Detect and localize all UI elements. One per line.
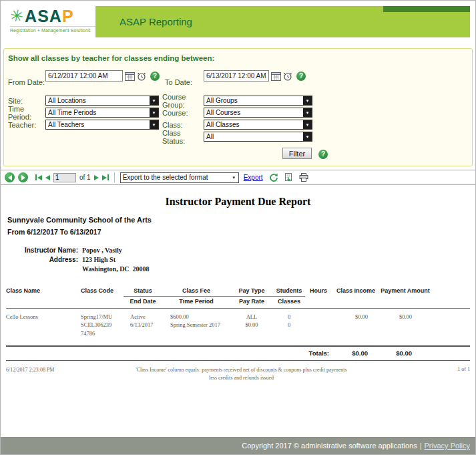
export-format-value: Export to the selected format: [121, 173, 230, 182]
filter-heading: Show all classes by teacher for classes …: [8, 54, 467, 62]
teacher-select[interactable]: All Teachers▼: [45, 120, 159, 130]
calendar-icon[interactable]: [125, 71, 135, 81]
dropdown-arrow-icon: ▼: [303, 120, 312, 129]
filter-actions: Filter ?: [8, 148, 328, 159]
back-icon[interactable]: [5, 172, 15, 182]
address-line2: Washington, DC 20008: [82, 265, 475, 273]
teacher-select-value: All Teachers: [46, 120, 150, 129]
asap-logo: ✳ ASAP Registration + Management Solutio…: [10, 5, 95, 33]
from-date-input[interactable]: [45, 70, 123, 82]
export-format-select[interactable]: Export to the selected format▼: [120, 172, 239, 183]
refresh-icon[interactable]: [269, 173, 278, 182]
export-link[interactable]: Export: [244, 174, 263, 181]
report-footer: 6/12/2017 2:23:08 PM 'Class Income' colu…: [6, 366, 470, 382]
toolbar-separator: [114, 172, 115, 182]
site-label: Site:: [8, 97, 45, 105]
instructor-name-value: Popov , Vasily: [82, 247, 475, 254]
filter-button[interactable]: Filter: [282, 148, 312, 159]
table-header: Class Name Class Code Status Class Fee P…: [6, 286, 470, 309]
page-count-label: of 1: [79, 174, 91, 181]
banner: ASAP Reporting: [95, 6, 470, 37]
report-organization: Sunnyvale Community School of the Arts: [7, 216, 475, 224]
instructor-name-label: Instructor Name:: [18, 247, 78, 254]
dropdown-arrow-icon: ▼: [303, 132, 312, 141]
course-select-value: All Courses: [204, 108, 303, 117]
help-icon[interactable]: ?: [318, 150, 328, 159]
cell-pay-type-rate: ALL $0.00: [230, 313, 273, 337]
back-arrow-glyph: [8, 175, 12, 180]
export-file-icon[interactable]: [284, 173, 293, 182]
time-period-select[interactable]: All Time Periods▼: [45, 108, 159, 118]
privacy-policy-link[interactable]: Privacy Policy: [425, 442, 470, 450]
report-table: Class Name Class Code Status Class Fee P…: [6, 286, 470, 382]
site-select[interactable]: All Locations▼: [45, 96, 159, 106]
address-line1: 123 High St: [82, 256, 475, 263]
instructor-block: Instructor Name: Popov , Vasily Address:…: [18, 247, 475, 273]
forward-arrow-glyph: [21, 175, 25, 180]
help-icon[interactable]: ?: [150, 71, 160, 81]
time-period-select-value: All Time Periods: [46, 108, 150, 117]
column-header: Students: [273, 286, 305, 297]
page-footer: Copyright 2017 © administrative software…: [1, 437, 475, 454]
asap-swirl-icon: ✳: [9, 7, 25, 25]
column-header: Class Income: [332, 286, 380, 297]
footer-separator: |: [420, 442, 422, 450]
report-body: Instructor Payment Due Report Sunnyvale …: [1, 185, 475, 437]
cell-fee-time-period: $600.00 Spring Semester 2017: [162, 313, 230, 337]
next-page-icon[interactable]: [94, 175, 99, 180]
report-title: Instructor Payment Due Report: [1, 196, 475, 208]
course-select[interactable]: All Courses▼: [204, 108, 312, 118]
print-icon[interactable]: [299, 173, 308, 182]
to-date-label: To Date:: [165, 78, 204, 86]
calendar-icon[interactable]: [271, 71, 281, 81]
to-date-input[interactable]: [204, 70, 269, 82]
column-header: Payment Amount: [380, 286, 431, 297]
column-subheader: End Date: [124, 297, 162, 307]
cell-payment-amount: $0.00: [380, 313, 431, 337]
help-icon[interactable]: ?: [296, 71, 306, 81]
course-label: Course:: [162, 109, 204, 117]
class-label: Class:: [162, 121, 204, 129]
report-page-info: 1 of 1: [423, 366, 470, 382]
dropdown-arrow-icon: ▼: [303, 108, 312, 117]
last-page-icon[interactable]: [102, 174, 109, 180]
report-date-range: From 6/12/2017 To 6/13/2017: [7, 228, 475, 236]
column-subheader: Time Period: [162, 297, 230, 307]
filter-panel: Show all classes by teacher for classes …: [3, 48, 473, 166]
teacher-label: Teacher:: [8, 121, 45, 129]
logo-text-main: ASA: [25, 7, 62, 25]
column-header: Class Code: [81, 286, 124, 297]
logo-row: ✳ ASAP: [10, 7, 95, 25]
dropdown-arrow-icon: ▼: [150, 108, 158, 117]
prev-page-icon[interactable]: [45, 175, 50, 180]
cell-class-income: $0.00: [332, 313, 380, 337]
column-header: Class Name: [6, 286, 81, 297]
course-group-select-value: All Groups: [204, 96, 303, 105]
class-status-select-value: All: [204, 132, 303, 141]
page-number-input[interactable]: [53, 173, 76, 182]
column-header: Pay Type: [230, 286, 273, 297]
class-select-value: All Classes: [204, 120, 303, 129]
cell-status-end-date: Active 6/13/2017: [124, 313, 162, 337]
column-header: Class Fee: [162, 286, 230, 297]
forward-icon[interactable]: [18, 172, 28, 182]
column-subheader: Classes: [273, 297, 305, 307]
totals-payment-amount: $0.00: [380, 349, 431, 357]
clock-icon[interactable]: [137, 71, 146, 81]
column-subheader: Pay Rate: [230, 297, 273, 307]
class-select[interactable]: All Classes▼: [204, 120, 312, 130]
date-filter-row: From Date: ? To Date: ?: [8, 70, 467, 86]
course-group-select[interactable]: All Groups▼: [204, 96, 312, 106]
time-period-label: Time Period:: [8, 105, 45, 121]
column-header: Hours: [305, 286, 332, 297]
totals-row: Totals: $0.00 $0.00: [6, 345, 470, 361]
report-note: 'Class Income' column equals: payments r…: [59, 366, 423, 382]
first-page-icon[interactable]: [35, 174, 42, 180]
dropdown-arrow-icon: ▼: [303, 96, 312, 105]
table-row: Cello Lessons Spring17/MU SCEL306239 747…: [6, 313, 470, 345]
from-date-label: From Date:: [8, 78, 45, 86]
dropdown-arrow-icon: ▼: [150, 96, 158, 105]
copyright-text: Copyright 2017 © administrative software…: [242, 442, 417, 450]
class-status-select[interactable]: All▼: [204, 132, 312, 142]
clock-icon[interactable]: [283, 71, 292, 81]
